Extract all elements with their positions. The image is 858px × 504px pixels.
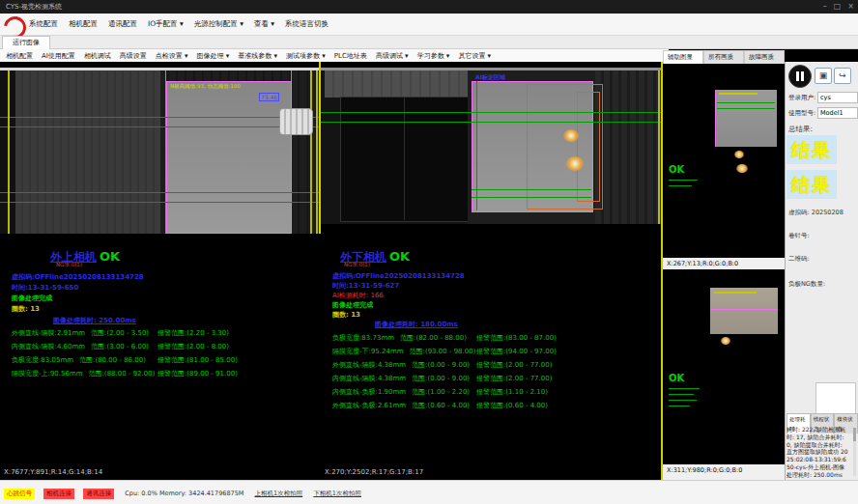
pause-icon xyxy=(801,71,804,81)
alarm-range: 报警范围:(81.00 - 85.00) xyxy=(157,355,238,365)
title-bar: CYS-视觉检测系统 –□× xyxy=(0,0,858,14)
barcode-label: 虚拟码: 20250208 xyxy=(788,209,844,217)
middle-camera-image[interactable]: AI标定区域 xyxy=(321,68,661,224)
machine-background xyxy=(325,70,475,98)
camera-connection-badge: 相机连接 xyxy=(43,489,74,499)
measurement-row: 外侧直线-负极:2.61mm范围:(0.60 - 4.00) xyxy=(332,401,470,410)
tab-all-images[interactable]: 所有画质图 xyxy=(703,50,744,64)
measure-line xyxy=(321,112,661,113)
status-bar: 心跳信号 相机连接 通讯连接 Cpu: 0.0% Memory: 3424.41… xyxy=(0,480,858,504)
reference-line xyxy=(310,70,312,234)
reflection-spot xyxy=(721,337,730,345)
menu-language-switch[interactable]: 系统语言切换 xyxy=(285,14,329,35)
result-text-line xyxy=(669,388,700,389)
pause-button[interactable] xyxy=(788,65,812,88)
alarm-range: 报警范围:(0.60 - 4.00) xyxy=(476,401,548,410)
window-title: CYS-视觉检测系统 xyxy=(6,0,62,14)
pause-icon xyxy=(796,71,799,81)
measure-line-vertical xyxy=(476,81,477,210)
reflection-spot xyxy=(736,164,748,173)
measure-line xyxy=(717,102,775,103)
camera-capture-button[interactable]: ▣ xyxy=(815,68,832,84)
alarm-range: 报警范围:(94.00 - 97.00) xyxy=(476,347,557,356)
close-icon[interactable]: × xyxy=(847,0,854,14)
measurement-row: 外侧直线-隔膜:2.91mm范围:(2.00 - 3.50) xyxy=(12,328,149,338)
edge-line xyxy=(710,309,778,310)
lower-camera-trigger-link[interactable]: 下相机1次检拍照 xyxy=(313,490,361,498)
aux-top-pixel-coords: X:267;Y:13;R:0;G:0;B:0 xyxy=(663,258,788,269)
menu-light-config[interactable]: 光源控制配置 ▾ xyxy=(194,14,243,35)
aux-bottom-ok-status: OK xyxy=(669,373,684,383)
ng-count-value-box xyxy=(815,382,856,417)
annotation-mark xyxy=(714,292,757,294)
model-field[interactable]: Model1 xyxy=(817,107,858,119)
measurement-row: 隔膜宽度-上:90.56mm范围:(88.00 - 92.00) xyxy=(12,369,155,378)
measure-line xyxy=(717,108,775,109)
menu-camera-config[interactable]: 相机配置 xyxy=(69,14,98,35)
reference-line xyxy=(316,70,318,234)
window-controls: –□× xyxy=(816,0,854,14)
login-user-field[interactable]: cys xyxy=(817,92,858,103)
logout-button[interactable]: ↪ xyxy=(834,68,851,84)
reflection-spot xyxy=(566,156,584,171)
tab-aux-display[interactable]: 辅助图显示 xyxy=(663,50,703,64)
middle-time: 时间:13-31-59-627 xyxy=(332,281,399,291)
tab-run-image[interactable]: 运行图像 xyxy=(2,36,50,49)
log-scrollbar[interactable] xyxy=(853,426,856,476)
aux-view-tabs: 辅助图显示 所有画质图 故障画质图 xyxy=(663,50,785,64)
login-user-label: 登录用户: xyxy=(788,94,815,102)
upper-camera-trigger-link[interactable]: 上相机1次检拍照 xyxy=(255,490,303,498)
product-thumbnail xyxy=(715,90,777,147)
model-label: 使用型号: xyxy=(788,109,815,118)
left-done-status: 图像处理完成 xyxy=(12,294,52,303)
product-region xyxy=(166,81,292,234)
result-badge-bottom: 结果 xyxy=(786,170,837,199)
result-text-line xyxy=(669,394,694,395)
maximize-icon[interactable]: □ xyxy=(834,0,842,14)
menu-system-config[interactable]: 系统配置 xyxy=(29,14,58,35)
menu-io-config[interactable]: IO手配置 ▾ xyxy=(148,14,184,35)
left-ng-note: NG率:0(1) xyxy=(56,262,82,268)
middle-count: 圈数: 13 xyxy=(332,310,360,320)
left-camera-image[interactable]: N极高阈值:93, 动态阈值:100 73.46 xyxy=(0,68,319,234)
machine-background-striped xyxy=(595,70,661,224)
alarm-range: 报警范围:(1.10 - 2.10) xyxy=(476,387,548,397)
menu-comm-config[interactable]: 通讯配置 xyxy=(108,14,137,35)
qr-code-label: 二维码: xyxy=(788,255,810,264)
measure-line xyxy=(0,126,319,127)
annotation-mark xyxy=(719,93,758,95)
middle-ai-time: AI检测耗时: 166 xyxy=(332,291,384,300)
ng-count-label: 负极NG数量: xyxy=(788,280,825,289)
measure-line xyxy=(472,197,591,198)
aux-bottom-pixel-coords: X:311;Y:980;R:0;G:0;B:0 xyxy=(663,464,788,480)
menu-items: 系统配置 相机配置 通讯配置 IO手配置 ▾ 光源控制配置 ▾ 查看 ▾ 系统语… xyxy=(29,14,339,35)
minimize-icon[interactable]: – xyxy=(823,0,827,14)
menu-view[interactable]: 查看 ▾ xyxy=(254,14,274,35)
needle-number-label: 卷针号: xyxy=(788,232,810,240)
measurement-row: 负极宽度:83.05mm范围:(80.00 - 86.00) xyxy=(12,355,146,365)
result-text-line xyxy=(669,180,698,181)
left-count: 圈数: 13 xyxy=(12,304,40,314)
measurement-row: 内侧直线-隔膜:4.38mm范围:(0.00 - 9.00) xyxy=(332,374,470,383)
logout-arrow-icon: ↪ xyxy=(839,70,846,80)
alarm-range: 报警范围:(2.00 - 77.00) xyxy=(476,374,552,383)
left-proc-time: 图像处理耗时: 250.00ms xyxy=(53,316,136,325)
machine-background xyxy=(15,70,160,234)
left-ok-status: OK xyxy=(100,249,120,264)
machine-edge xyxy=(404,97,405,220)
ai-roi-label: AI标定区域 xyxy=(475,73,505,82)
measurement-row: 隔膜宽度-下:95.24mm范围:(93.00 - 98.00) xyxy=(332,347,475,356)
left-pixel-coords: X:7677;Y:891;R:14;G:14;B:14 xyxy=(4,468,102,476)
middle-pixel-coords: X:270;Y:2502;R:17;G:17;B:17 xyxy=(325,468,423,476)
comm-connection-badge: 通讯连接 xyxy=(83,489,114,499)
tab-fault-images[interactable]: 故障画质图 xyxy=(744,50,785,64)
scrollbar-thumb[interactable] xyxy=(853,428,856,441)
reference-line xyxy=(658,70,660,224)
aux-camera-view-top[interactable]: OK xyxy=(663,64,785,258)
aux-camera-view-bottom[interactable]: OK xyxy=(663,269,785,464)
alarm-range: 报警范围:(2.00 - 8.00) xyxy=(157,342,229,351)
barcode-value: 20250208 xyxy=(812,209,844,216)
measure-line xyxy=(0,192,319,193)
measure-line xyxy=(321,122,661,123)
reflection-spot xyxy=(734,151,744,158)
